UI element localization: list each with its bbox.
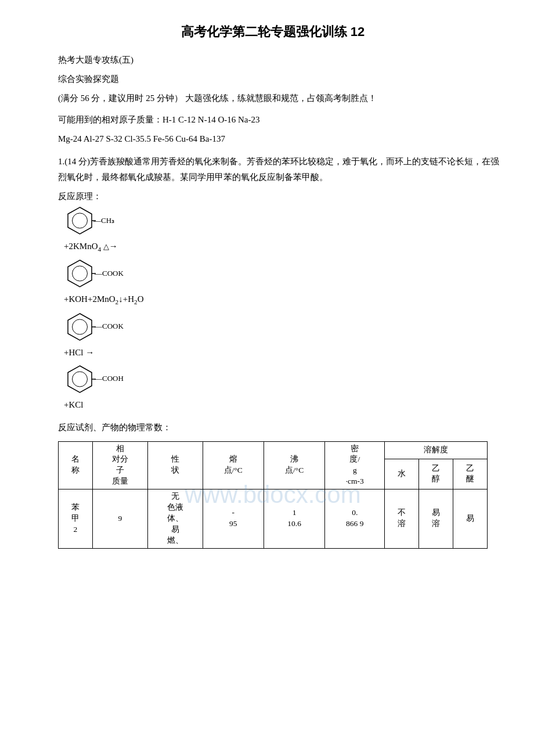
atomic-masses-1: 可能用到的相对原子质量：H-1 C-12 N-14 O-16 Na-23 (58, 112, 499, 128)
benzoate-cook-structure: —COOK (64, 257, 124, 289)
benzoic-acid-structure: —COOH (64, 363, 124, 395)
row1-property: 无色液体、易燃、 (147, 489, 203, 548)
reaction1-row: —CH₃ (64, 204, 499, 236)
reaction4-text: +KCl (64, 397, 499, 413)
col-ethanol-header: 乙醇 (419, 459, 453, 489)
row1-density: 0.866 9 (325, 489, 385, 548)
row1-melting: -95 (203, 489, 264, 548)
col-boiling-header: 沸点/°C (264, 441, 324, 489)
atomic-masses-2: Mg-24 Al-27 S-32 Cl-35.5 Fe-56 Cu-64 Ba-… (58, 131, 499, 147)
svg-point-4 (73, 266, 88, 281)
col-melting-header: 熔点/°C (203, 441, 264, 489)
page-title: 高考化学第二轮专题强化训练 12 (46, 23, 499, 41)
row1-ethanol: 易溶 (419, 489, 453, 548)
reaction2-row: —COOK (64, 257, 499, 289)
col-water-header: 水 (385, 459, 419, 489)
svg-marker-3 (68, 260, 92, 287)
svg-point-10 (73, 372, 88, 387)
svg-point-7 (73, 319, 88, 334)
reaction3-text: +HCl → (64, 345, 499, 361)
row1-boiling: 110.6 (264, 489, 324, 548)
toluene-structure: —CH₃ (64, 204, 114, 236)
svg-marker-6 (68, 314, 92, 340)
col-density-header: 密度/g·cm-3 (325, 441, 385, 489)
row1-ether: 易 (453, 489, 488, 548)
col-ether-header: 乙醚 (453, 459, 488, 489)
col-property-header: 性状 (147, 441, 203, 489)
reaction1-text: +2KMnO4 △→ (64, 239, 499, 255)
subtitle1: 热考大题专攻练(五) (58, 52, 499, 68)
col-molar-mass-header: 相对分子质量 (92, 441, 147, 489)
question1: 1.(14 分)芳香族羧酸通常用芳香烃的氧化来制备。芳香烃的苯环比较稳定，难于氧… (58, 154, 499, 185)
reaction4-row: —COOH (64, 363, 499, 395)
table-label: 反应试剂、产物的物理常数： (58, 420, 499, 435)
col-name-header: 名称 (59, 441, 93, 489)
reaction3-row: —COOK (64, 311, 499, 343)
benzoate-cook2-structure: —COOK (64, 311, 124, 343)
row1-name: 苯甲2 (59, 489, 93, 548)
reaction-principle-label: 反应原理： (58, 191, 499, 202)
svg-marker-0 (68, 207, 92, 234)
row1-water: 不溶 (385, 489, 419, 548)
svg-point-1 (73, 213, 88, 228)
reaction2-text: +KOH+2MnO2↓+H2O (64, 291, 499, 308)
row1-molar-mass: 9 (92, 489, 147, 548)
intro-text: (满分 56 分，建议用时 25 分钟） 大题强化练，练就慧眼和规范，占领高考制… (58, 91, 499, 106)
svg-marker-9 (68, 366, 92, 393)
col-solubility-header: 溶解度 (385, 441, 488, 459)
subtitle2: 综合实验探究题 (58, 71, 499, 87)
properties-table: www.bdocx.com 名称 相对分子质量 性状 熔点/°C 沸点/°C 密… (58, 441, 488, 549)
